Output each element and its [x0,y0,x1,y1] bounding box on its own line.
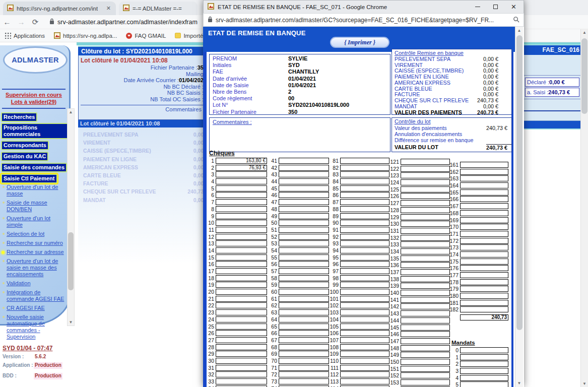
cheque-input[interactable] [279,302,329,308]
cheque-input[interactable] [216,324,267,330]
saisi-field[interactable]: a. Saisi :240,73 € [525,88,579,97]
cheque-input[interactable] [340,247,389,253]
reload-icon[interactable]: ⟳ [28,18,42,27]
cheque-input[interactable] [460,244,508,250]
cheque-input[interactable] [279,254,329,261]
sidebar-link[interactable]: Recherche sur numéro [1,240,68,246]
cheque-input[interactable] [401,345,450,351]
cheque-input[interactable] [216,302,267,308]
cheque-input[interactable] [401,193,450,199]
cheque-input[interactable] [216,171,267,177]
cheque-input[interactable] [340,199,389,205]
cheque-input[interactable] [340,268,389,274]
cheque-input[interactable] [340,227,389,233]
scrollbar-thumb[interactable] [68,232,74,290]
sidebar-button-saisie-des-commandes[interactable]: Saisie des commandes [1,163,67,172]
cheque-input[interactable] [279,365,329,371]
cheque-input[interactable] [401,248,450,254]
cheque-input[interactable] [279,358,329,364]
cheque-input[interactable] [340,309,389,315]
cheque-input[interactable] [279,240,329,246]
cheque-input[interactable] [340,171,389,177]
cheque-input[interactable] [279,378,329,384]
sidebar-link[interactable]: Saisie de masse DON/BEN [1,200,68,213]
cheque-input[interactable] [401,317,450,324]
cheque-input[interactable] [279,351,329,357]
lots-a-valider-link[interactable]: Lots à valider(29) [0,99,68,105]
cheque-input[interactable] [460,175,508,181]
browser-tab-2[interactable]: =-= ADLMaster =-= [119,2,198,15]
scroll-down-icon[interactable]: ▼ [581,381,588,386]
cheque-input[interactable] [340,330,389,336]
cheque-input[interactable] [279,199,329,205]
cheque-input[interactable] [340,206,389,212]
cheque-input[interactable]: 163,80 € [216,158,267,164]
cheque-input[interactable] [340,282,389,288]
cheque-input[interactable] [216,199,267,205]
sidebar-button-gestion-du-kac[interactable]: Gestion du KAC [1,152,48,161]
cheque-input[interactable] [340,289,389,295]
cheque-input[interactable] [401,207,450,213]
scroll-up-icon[interactable]: ▲ [581,30,588,35]
cheque-input[interactable] [279,213,329,219]
sidebar-link[interactable]: Recherche sur adresse [1,249,68,255]
cheque-input[interactable] [279,206,329,212]
cheque-input[interactable] [401,269,450,275]
cheque-input[interactable] [216,316,267,322]
cheque-input[interactable]: 76,93 € [216,165,267,171]
cheque-input[interactable] [401,255,450,262]
scrollbar-thumb[interactable] [516,35,522,330]
sidebar-link[interactable]: Ouverture d'un lot de saisie en masse de… [1,258,68,278]
scroll-down-icon[interactable]: ▼ [515,381,523,385]
cheque-input[interactable] [216,337,267,343]
cheque-input[interactable] [279,330,329,336]
cheque-input[interactable] [401,228,450,234]
cheque-input[interactable] [279,234,329,240]
sidebar-link[interactable]: Validation [1,280,68,287]
cheque-input[interactable] [340,254,389,261]
sidebar-link[interactable]: CR AGESI FAE [1,305,68,311]
bookmark-item[interactable]: Applications [5,33,45,39]
sidebar-link[interactable]: Ouverture d'un lot simple [1,215,68,228]
cheque-input[interactable] [340,220,389,226]
cheque-input[interactable] [460,286,508,292]
cheque-input[interactable] [279,220,329,226]
cheque-input[interactable] [401,235,450,241]
cheque-input[interactable] [401,179,450,185]
cheque-input[interactable] [279,275,329,281]
cheque-input[interactable] [460,300,508,306]
comments-box[interactable]: Commentaires : [209,117,390,152]
scroll-up-icon[interactable]: ▲ [515,28,523,33]
cheque-input[interactable] [340,296,389,302]
mandat-input[interactable] [460,375,508,381]
cheque-input[interactable] [460,196,508,202]
cheque-input[interactable] [216,268,267,274]
sidebar-scrollbar[interactable]: ▲ ▼ [67,108,75,326]
cheque-input[interactable] [279,247,329,253]
cheque-input[interactable] [216,296,267,302]
cheque-input[interactable] [216,275,267,281]
cheque-input[interactable] [216,220,267,226]
cheque-input[interactable] [401,331,450,337]
cheque-input[interactable] [216,178,267,184]
cheque-input[interactable] [340,275,389,281]
imprimer-button[interactable]: { Imprimer } [330,37,389,48]
cheque-input[interactable] [401,310,450,316]
cheque-input[interactable] [460,189,508,196]
magnifier-icon[interactable] [513,16,519,25]
scrollbar-thumb[interactable] [581,38,587,114]
cheque-input[interactable] [279,158,329,164]
cheque-input[interactable] [279,185,329,191]
declared-field[interactable]: Déclaré :0,00 € [525,78,579,87]
maximize-icon[interactable] [493,5,498,9]
cheque-input[interactable] [216,206,267,212]
cheque-input[interactable] [216,371,267,377]
cheque-input[interactable] [340,192,389,198]
cheque-input[interactable] [216,213,267,219]
cheque-input[interactable] [401,366,450,372]
cheque-input[interactable] [340,344,389,350]
cheque-input[interactable] [460,306,508,312]
mandat-input[interactable] [460,347,508,353]
cheque-input[interactable] [216,240,267,246]
cheque-input[interactable] [401,172,450,178]
